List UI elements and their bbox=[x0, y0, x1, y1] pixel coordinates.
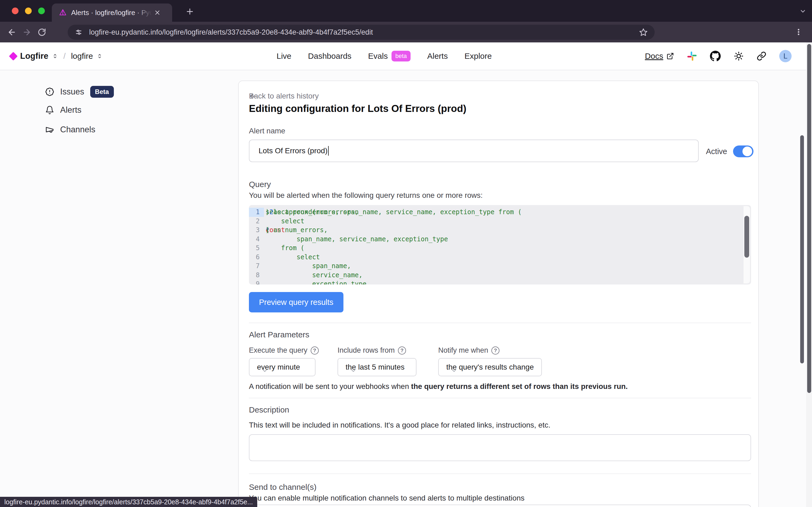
page-title: Editing configuration for Lots Of Errors… bbox=[249, 103, 467, 114]
sidebar-item-channels[interactable]: Channels bbox=[45, 125, 95, 134]
browser-back-button[interactable] bbox=[4, 25, 19, 40]
query-heading: Query bbox=[249, 180, 271, 189]
status-url-tooltip: logfire-eu.pydantic.info/logfire/logfire… bbox=[0, 497, 257, 507]
sql-query-editor[interactable]: 1select round(num_errors, -2) as approx_… bbox=[249, 205, 751, 284]
browser-tabstrip: Alerts · logfire/logfire · Pydantic bbox=[0, 0, 812, 22]
execute-query-label: Execute the query ? bbox=[249, 346, 319, 354]
nav-live[interactable]: Live bbox=[277, 52, 291, 61]
docs-link[interactable]: Docs bbox=[645, 52, 674, 61]
active-toggle-group: Active bbox=[706, 146, 753, 157]
active-label: Active bbox=[706, 147, 727, 156]
browser-forward-button[interactable] bbox=[19, 25, 34, 40]
app-scrollbar-thumb[interactable] bbox=[800, 135, 804, 363]
help-icon[interactable]: ? bbox=[311, 346, 319, 354]
description-heading: Description bbox=[249, 405, 289, 414]
sidebar-item-label: Issues bbox=[60, 87, 84, 97]
site-settings-icon[interactable] bbox=[75, 28, 83, 36]
main-nav: Live Dashboards Evalsbeta Alerts Explore bbox=[277, 42, 492, 70]
help-icon[interactable]: ? bbox=[491, 346, 499, 354]
window-scrollbar-thumb[interactable] bbox=[807, 44, 811, 393]
external-link-icon bbox=[666, 52, 674, 60]
description-textarea[interactable] bbox=[249, 434, 751, 461]
issues-beta-badge: Beta bbox=[90, 86, 114, 98]
issues-badge-alert-icon bbox=[45, 87, 54, 96]
breadcrumb: Logfire / logfire bbox=[10, 42, 103, 70]
include-rows-select[interactable]: the last 5 minutes bbox=[337, 358, 417, 376]
browser-tab[interactable]: Alerts · logfire/logfire · Pydantic bbox=[52, 3, 172, 22]
notify-when-select[interactable]: the query's results change bbox=[438, 358, 542, 376]
org-selector[interactable]: Logfire bbox=[20, 51, 48, 61]
org-selector-chevrons-icon[interactable] bbox=[52, 53, 58, 59]
alert-name-input[interactable]: Lots Of Errors (prod) bbox=[249, 139, 699, 162]
nav-explore[interactable]: Explore bbox=[465, 52, 492, 61]
notification-note: A notification will be sent to your webh… bbox=[249, 382, 628, 391]
code-scrollbar-thumb[interactable] bbox=[744, 216, 749, 258]
header-actions: Docs L bbox=[645, 42, 792, 70]
nav-alerts[interactable]: Alerts bbox=[427, 52, 448, 61]
alert-name-label: Alert name bbox=[249, 127, 285, 135]
alert-edit-card: Back to alerts history Editing configura… bbox=[238, 80, 759, 507]
address-bar[interactable]: logfire-eu.pydantic.info/logfire/logfire… bbox=[68, 25, 655, 40]
close-window-button[interactable] bbox=[12, 7, 18, 14]
bell-icon bbox=[45, 106, 54, 115]
window-controls[interactable] bbox=[12, 7, 45, 14]
evals-beta-badge: beta bbox=[391, 51, 411, 61]
notify-when-label: Notify me when ? bbox=[438, 346, 499, 354]
browser-menu-icon[interactable] bbox=[792, 25, 805, 38]
sidebar-item-label: Channels bbox=[60, 125, 95, 134]
active-toggle[interactable] bbox=[733, 146, 753, 157]
help-icon[interactable]: ? bbox=[398, 346, 406, 354]
browser-toolbar: logfire-eu.pydantic.info/logfire/logfire… bbox=[0, 22, 812, 42]
code-scrollbar[interactable] bbox=[744, 206, 750, 283]
bookmark-star-icon[interactable] bbox=[639, 28, 648, 37]
logfire-logo-icon bbox=[9, 52, 18, 61]
arrow-left-icon bbox=[249, 92, 257, 100]
user-avatar[interactable]: L bbox=[779, 50, 792, 62]
theme-toggle-sun-icon[interactable] bbox=[734, 51, 744, 61]
tab-title: Alerts · logfire/logfire · Pydantic bbox=[71, 9, 152, 17]
alert-parameters-heading: Alert Parameters bbox=[249, 330, 309, 339]
share-link-icon[interactable] bbox=[757, 51, 766, 61]
description-subtext: This text will be included in notificati… bbox=[249, 421, 550, 430]
breadcrumb-separator: / bbox=[63, 52, 65, 61]
minimize-window-button[interactable] bbox=[25, 7, 32, 14]
text-caret bbox=[328, 146, 329, 156]
github-icon[interactable] bbox=[710, 51, 721, 61]
alert-name-value: Lots Of Errors (prod) bbox=[259, 147, 328, 155]
url-text: logfire-eu.pydantic.info/logfire/logfire… bbox=[89, 28, 639, 37]
new-tab-button[interactable] bbox=[185, 7, 195, 16]
tab-search-button[interactable] bbox=[798, 6, 808, 17]
tab-close-icon[interactable] bbox=[154, 9, 161, 16]
section-divider bbox=[249, 473, 751, 474]
toggle-knob bbox=[743, 147, 752, 156]
preview-query-results-button[interactable]: Preview query results bbox=[249, 292, 343, 313]
app-header: Logfire / logfire Live Dashboards Evalsb… bbox=[0, 42, 812, 70]
browser-reload-button[interactable] bbox=[34, 25, 49, 40]
project-selector[interactable]: logfire bbox=[71, 52, 93, 61]
execute-query-select[interactable]: every minute bbox=[249, 358, 316, 376]
slack-icon[interactable] bbox=[687, 51, 697, 61]
tab-favicon-logfire-icon bbox=[59, 9, 67, 17]
maximize-window-button[interactable] bbox=[38, 7, 45, 14]
megaphone-icon bbox=[45, 125, 54, 134]
sidebar-item-issues[interactable]: Issues Beta bbox=[45, 86, 114, 98]
query-subtext: You will be alerted when the following q… bbox=[249, 191, 483, 200]
back-to-alerts-link[interactable]: Back to alerts history bbox=[249, 92, 319, 100]
window-scrollbar-track[interactable] bbox=[806, 42, 812, 507]
section-divider bbox=[249, 398, 751, 398]
channels-heading: Send to channel(s) bbox=[249, 483, 317, 492]
channels-select-box[interactable] bbox=[249, 505, 751, 507]
nav-dashboards[interactable]: Dashboards bbox=[308, 52, 351, 61]
page-body: Issues Beta Alerts Channels Back to aler… bbox=[0, 70, 812, 507]
section-divider bbox=[249, 323, 751, 323]
sidebar-item-label: Alerts bbox=[60, 105, 82, 115]
nav-evals[interactable]: Evalsbeta bbox=[368, 51, 411, 61]
project-selector-chevrons-icon[interactable] bbox=[97, 53, 103, 59]
sidebar-item-alerts[interactable]: Alerts bbox=[45, 105, 82, 115]
sql-query-code: 1select round(num_errors, -2) as approx_… bbox=[249, 208, 751, 284]
channels-subtext: You can enable multiple notification cha… bbox=[249, 494, 525, 502]
include-rows-label: Include rows from ? bbox=[337, 346, 406, 354]
